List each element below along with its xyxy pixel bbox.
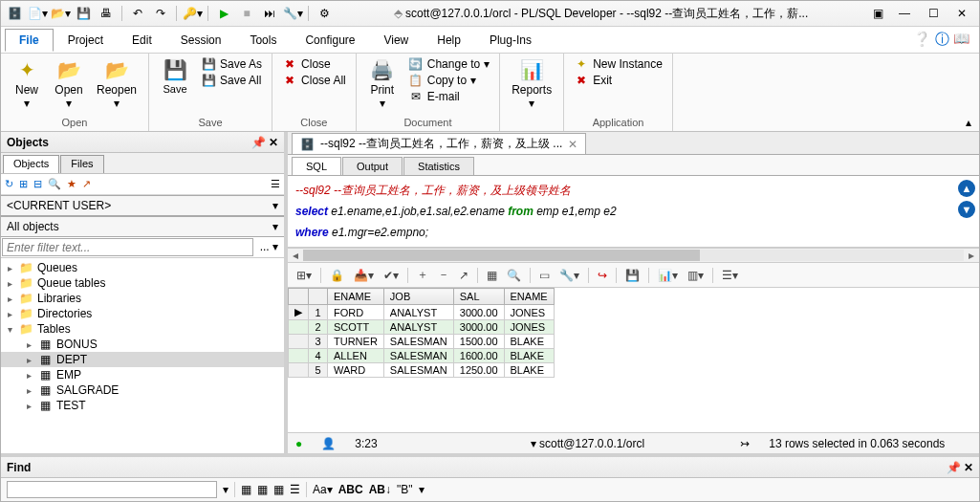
exit-button[interactable]: ✖Exit (570, 73, 666, 88)
layout-icon[interactable]: ▥▾ (685, 269, 707, 282)
scope-icon[interactable]: "B" (397, 483, 413, 496)
refresh-icon[interactable]: ↻ (5, 178, 13, 190)
new-dropdown-icon[interactable]: 📄▾ (28, 4, 47, 23)
grid-nav-icon[interactable]: ⊞▾ (294, 269, 315, 282)
tab-close-icon[interactable]: ✕ (568, 138, 577, 151)
favorite-icon[interactable]: ★ (67, 178, 76, 190)
single-row-icon[interactable]: ▭ (536, 269, 553, 282)
whole-word-icon[interactable]: ABC (338, 483, 363, 496)
lock-icon[interactable]: 🔒 (327, 269, 347, 282)
subtab-sql[interactable]: SQL (292, 157, 341, 175)
editor-tab[interactable]: 🗄️--sql92 --查询员工姓名，工作，薪资，及上级 ...✕ (292, 133, 586, 154)
fetch-icon[interactable]: 📥▾ (351, 269, 377, 282)
collapse-icon[interactable]: ⊟ (33, 178, 42, 190)
del-row-icon[interactable]: － (435, 267, 452, 283)
filter-more-icon[interactable]: ... ▾ (254, 237, 284, 257)
find-input[interactable] (7, 481, 217, 498)
tab-files[interactable]: Files (60, 155, 103, 173)
email-button[interactable]: ✉E-mail (404, 89, 493, 104)
about-icon[interactable]: 📖 (953, 31, 969, 49)
tree-libraries[interactable]: ▸📁Libraries (1, 291, 284, 306)
save-all-button[interactable]: 💾Save All (197, 73, 266, 88)
options-icon[interactable]: ☰▾ (719, 269, 741, 282)
sql-hscroll[interactable]: ◂▸ (288, 248, 979, 263)
regex-icon[interactable]: AB↓ (369, 483, 391, 496)
close-button[interactable]: ✕ (948, 4, 975, 23)
print-icon[interactable]: 🖶 (97, 4, 116, 23)
result-grid[interactable]: ENAME JOB SAL ENAME ▶1FORDANALYST3000.00… (288, 288, 979, 432)
key-icon[interactable]: 🔑▾ (183, 4, 202, 23)
table-row[interactable]: ▶1FORDANALYST3000.00JONES (289, 305, 555, 320)
subtab-statistics[interactable]: Statistics (403, 157, 474, 175)
reopen-button[interactable]: 📂Reopen▾ (91, 56, 142, 112)
run-icon[interactable]: ▶ (214, 4, 233, 23)
stop-icon[interactable]: ■ (237, 4, 256, 23)
find-opts-icon[interactable]: ▾ (419, 483, 425, 496)
find-grid-icon[interactable]: 🔍 (504, 269, 524, 282)
tree-tables[interactable]: ▾📁Tables (1, 321, 284, 337)
scroll-up-icon[interactable]: ▲ (958, 180, 975, 197)
menu-plugins[interactable]: Plug-Ins (475, 29, 546, 52)
menu-edit[interactable]: Edit (118, 29, 166, 52)
commit-icon[interactable]: ✔▾ (381, 269, 402, 282)
find-list-icon[interactable]: ☰ (290, 483, 300, 496)
tab-objects[interactable]: Objects (3, 155, 59, 173)
save-as-button[interactable]: 💾Save As (197, 56, 266, 72)
user-selector[interactable]: <CURRENT USER>▾ (1, 195, 284, 216)
tree-directories[interactable]: ▸📁Directories (1, 306, 284, 321)
table-row[interactable]: 5WARDSALESMAN1250.00BLAKE (289, 363, 555, 378)
copy-icon[interactable]: ▦ (484, 269, 500, 282)
close-all-button[interactable]: ✖Close All (278, 73, 350, 88)
undo-icon[interactable]: ↶ (128, 4, 147, 23)
menu-help[interactable]: Help (423, 29, 475, 52)
chart-icon[interactable]: 📊▾ (655, 269, 681, 282)
table-bonus[interactable]: ▸▦BONUS (1, 337, 284, 352)
copy-to-button[interactable]: 📋Copy to ▾ (404, 73, 493, 88)
reports-button[interactable]: 📊Reports▾ (506, 56, 557, 112)
find-dropdown-icon[interactable]: ▾ (223, 483, 229, 496)
object-filter-selector[interactable]: All objects▾ (1, 216, 284, 237)
save-icon[interactable]: 💾 (74, 4, 93, 23)
restore-down-icon[interactable]: ▣ (868, 4, 887, 23)
maximize-button[interactable]: ☐ (920, 4, 947, 23)
table-row[interactable]: 3TURNERSALESMAN1500.00BLAKE (289, 335, 555, 349)
print-button[interactable]: 🖨️Print▾ (362, 56, 403, 112)
save-button[interactable]: 💾Save (155, 56, 195, 97)
info-icon[interactable]: ⓘ (935, 31, 949, 49)
open-button[interactable]: 📂Open▾ (49, 56, 89, 112)
table-row[interactable]: 2SCOTTANALYST3000.00JONES (289, 320, 555, 335)
menu-tools[interactable]: Tools (235, 29, 291, 52)
new-button[interactable]: ✦New▾ (7, 56, 47, 112)
debug-dropdown-icon[interactable]: 🔧▾ (283, 4, 302, 23)
disk-icon[interactable]: 💾 (622, 269, 642, 282)
menu-view[interactable]: View (369, 29, 423, 52)
case-icon[interactable]: Aa▾ (313, 483, 333, 496)
menu-session[interactable]: Session (166, 29, 236, 52)
find-icon[interactable]: 🔍 (48, 178, 61, 190)
table-emp[interactable]: ▸▦EMP (1, 367, 284, 382)
more-icon[interactable]: ☰ (271, 178, 280, 190)
find-prev-icon[interactable]: ▦ (257, 483, 268, 496)
change-to-button[interactable]: 🔄Change to ▾ (404, 56, 493, 72)
table-row[interactable]: 4ALLENSALESMAN1600.00BLAKE (289, 349, 555, 363)
scroll-down-icon[interactable]: ▼ (958, 201, 975, 218)
sql-editor[interactable]: --sql92 --查询员工姓名，工作，薪资，及上级领导姓名 select e1… (288, 176, 979, 248)
new-instance-button[interactable]: ✦New Instance (570, 56, 666, 72)
help-icon[interactable]: ❔ (913, 31, 931, 49)
settings-icon[interactable]: ⚙ (315, 4, 334, 23)
open-dropdown-icon[interactable]: 📂▾ (51, 4, 70, 23)
go-icon[interactable]: ↗ (82, 178, 91, 190)
find-all-icon[interactable]: ▦ (273, 483, 284, 496)
step-icon[interactable]: ⏭ (260, 4, 279, 23)
expand-icon[interactable]: ⊞ (19, 178, 28, 190)
add-row-icon[interactable]: ＋ (414, 267, 431, 283)
menu-configure[interactable]: Configure (291, 29, 369, 52)
ribbon-collapse-icon[interactable]: ▴ (962, 116, 975, 129)
query-builder-icon[interactable]: 🔧▾ (556, 269, 582, 282)
tree-queue-tables[interactable]: ▸📁Queue tables (1, 275, 284, 291)
col-ename[interactable]: ENAME (328, 289, 384, 305)
table-salgrade[interactable]: ▸▦SALGRADE (1, 382, 284, 398)
pin-icon[interactable]: 📌 ✕ (251, 136, 278, 149)
table-test[interactable]: ▸▦TEST (1, 398, 284, 413)
subtab-output[interactable]: Output (342, 157, 403, 175)
